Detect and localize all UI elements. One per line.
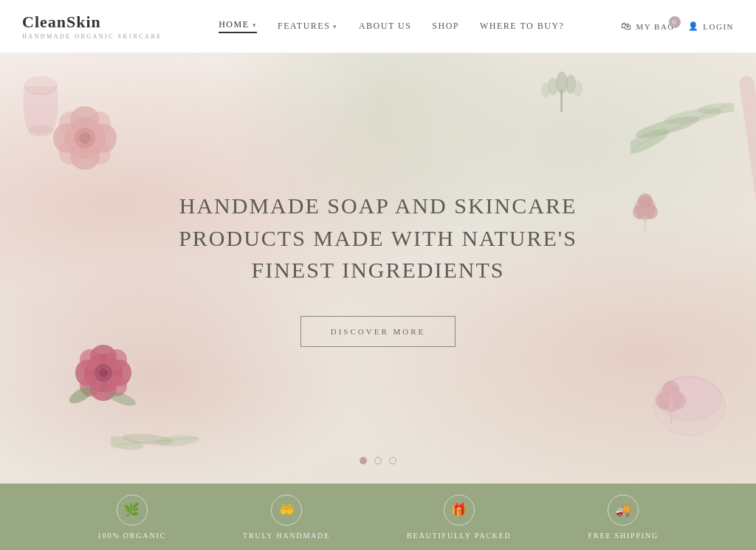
nav-item-home[interactable]: HOME ▾ <box>219 19 257 33</box>
main-nav: HOME ▾ FEATURES ▾ ABOUT US SHOP WHERE TO… <box>219 19 564 33</box>
packed-label: BEAUTIFULLY PACKED <box>407 532 512 540</box>
shipping-icon-circle: 🚚 <box>608 495 639 526</box>
user-icon: 👤 <box>688 21 700 31</box>
svg-point-10 <box>574 80 583 97</box>
features-strip: 🌿 100% ORGANIC 🤲 TRULY HANDMADE 🎁 BEAUTI… <box>0 484 756 550</box>
bag-button[interactable]: 🛍 MY BAG 0 <box>621 21 675 32</box>
dish-decoration-right <box>653 373 726 439</box>
bag-icon: 🛍 <box>621 21 633 32</box>
logo[interactable]: CleanSkin HANDMADE ORGANIC SKINCARE <box>22 13 162 40</box>
hand-icon: 🤲 <box>279 502 295 518</box>
feature-organic: 🌿 100% ORGANIC <box>97 495 166 540</box>
feature-packed: 🎁 BEAUTIFULLY PACKED <box>407 495 512 540</box>
logo-part1: Clean <box>22 13 66 31</box>
slider-dots <box>360 457 396 464</box>
svg-line-4 <box>638 105 726 145</box>
leaf-icon: 🌿 <box>124 502 140 518</box>
svg-point-37 <box>633 204 646 219</box>
hero-title: HANDMADE SOAP AND SKINCARE PRODUCTS MADE… <box>179 190 577 286</box>
svg-point-32 <box>99 368 108 377</box>
nav-item-about[interactable]: ABOUT US <box>359 21 411 32</box>
leaves-decoration-bl <box>111 424 199 461</box>
shipping-label: FREE SHIPPING <box>588 532 659 540</box>
hero-content: HANDMADE SOAP AND SKINCARE PRODUCTS MADE… <box>179 190 577 347</box>
vase-decoration-left <box>15 75 66 142</box>
logo-text: CleanSkin <box>22 13 162 32</box>
site-header: CleanSkin HANDMADE ORGANIC SKINCARE HOME… <box>0 0 756 53</box>
gift-icon: 🎁 <box>451 502 467 518</box>
svg-point-48 <box>28 125 53 137</box>
svg-point-21 <box>79 132 91 144</box>
packed-icon-circle: 🎁 <box>444 495 475 526</box>
herb-decoration-top <box>520 68 608 112</box>
header-actions: 🛍 MY BAG 0 👤 LOGIN <box>621 21 734 32</box>
slider-dot-3[interactable] <box>389 457 396 464</box>
hero-section: HANDMADE SOAP AND SKINCARE PRODUCTS MADE… <box>0 53 756 484</box>
svg-point-9 <box>541 83 550 97</box>
chevron-down-icon: ▾ <box>333 23 338 30</box>
leaves-decoration-right <box>630 97 734 157</box>
nav-item-where[interactable]: WHERE TO BUY? <box>480 21 564 32</box>
logo-tagline: HANDMADE ORGANIC SKINCARE <box>22 33 162 40</box>
login-button[interactable]: 👤 LOGIN <box>688 21 734 31</box>
svg-point-38 <box>645 204 658 219</box>
bag-count-badge: 0 <box>669 16 681 28</box>
slider-dot-2[interactable] <box>374 457 382 464</box>
flower-decoration-tr <box>623 186 667 230</box>
flower-decoration-bl <box>66 336 140 410</box>
truck-icon: 🚚 <box>616 502 631 518</box>
discover-more-button[interactable]: DISCOVER MORE <box>300 316 456 347</box>
organic-icon-circle: 🌿 <box>117 495 148 526</box>
organic-label: 100% ORGANIC <box>97 532 166 540</box>
feature-shipping: 🚚 FREE SHIPPING <box>588 495 659 540</box>
handmade-icon-circle: 🤲 <box>271 495 302 526</box>
handmade-label: TRULY HANDMADE <box>243 532 330 540</box>
chevron-down-icon: ▾ <box>252 21 258 29</box>
svg-point-52 <box>662 380 718 410</box>
nav-item-shop[interactable]: SHOP <box>432 21 459 32</box>
nav-item-features[interactable]: FEATURES ▾ <box>278 21 338 32</box>
login-label: LOGIN <box>703 22 734 31</box>
logo-part2: Skin <box>66 13 101 31</box>
feature-handmade: 🤲 TRULY HANDMADE <box>243 495 330 540</box>
slider-dot-1[interactable] <box>360 457 367 464</box>
